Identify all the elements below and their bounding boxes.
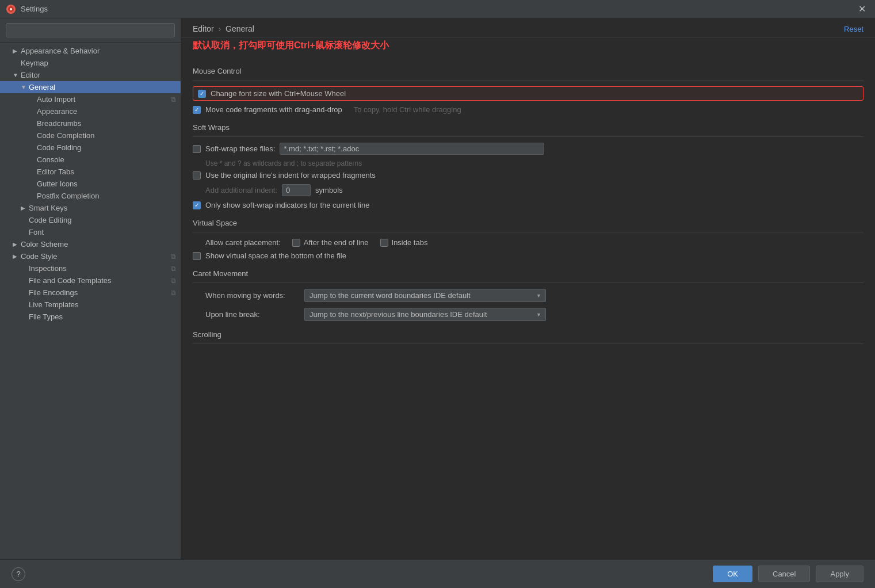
soft-wrap-indicators-checkbox[interactable]: [193, 201, 201, 209]
annotation-text: 默认取消，打勾即可使用Ctrl+鼠标滚轮修改大小: [193, 40, 389, 50]
line-break-dropdown-wrapper: Jump to the next/previous line boundarie…: [304, 308, 546, 321]
sidebar-item-font[interactable]: Font: [0, 226, 181, 238]
sidebar-item-general[interactable]: ▼ General: [0, 81, 181, 93]
sidebar-item-smart-keys[interactable]: ▶ Smart Keys: [0, 202, 181, 214]
sidebar-item-appearance[interactable]: Appearance: [0, 105, 181, 117]
svg-point-2: [10, 8, 12, 10]
sidebar-item-auto-import[interactable]: Auto Import ⧉: [0, 93, 181, 105]
sidebar-item-keymap[interactable]: Keymap: [0, 57, 181, 69]
after-end-of-line-label: After the end of line: [304, 238, 369, 247]
sidebar-item-label: File and Code Templates: [29, 276, 112, 285]
move-code-fragments-checkbox[interactable]: [193, 106, 201, 114]
after-end-of-line-checkbox[interactable]: [292, 239, 300, 247]
sidebar-item-appearance-behavior[interactable]: ▶ Appearance & Behavior: [0, 45, 181, 57]
arrow-icon: ▶: [21, 205, 29, 211]
close-button[interactable]: ✕: [855, 2, 869, 16]
additional-indent-row: Add additional indent: symbols: [205, 184, 863, 196]
sidebar-item-file-types[interactable]: File Types: [0, 311, 181, 323]
breadcrumb: Editor › General: [193, 24, 254, 33]
sidebar-item-inspections[interactable]: Inspections ⧉: [0, 262, 181, 274]
move-code-fragments-row: Move code fragments with drag-and-drop T…: [193, 105, 863, 114]
after-end-of-line-item: After the end of line: [292, 238, 369, 247]
inside-tabs-item: Inside tabs: [380, 238, 428, 247]
sidebar-item-color-scheme[interactable]: ▶ Color Scheme: [0, 238, 181, 250]
reset-button[interactable]: Reset: [844, 25, 863, 33]
moving-words-label: When moving by words:: [205, 291, 297, 300]
sidebar-item-code-style[interactable]: ▶ Code Style ⧉: [0, 250, 181, 262]
search-input[interactable]: [6, 23, 175, 37]
section-divider-2: [193, 136, 863, 137]
inside-tabs-label: Inside tabs: [392, 238, 428, 247]
caret-movement-title: Caret Movement: [193, 269, 863, 278]
soft-wrap-files-row: Soft-wrap these files:: [193, 143, 863, 155]
sidebar-item-label: Auto Import: [37, 95, 75, 104]
sidebar-item-label: Editor Tabs: [37, 167, 74, 176]
sidebar-item-code-completion[interactable]: Code Completion: [0, 129, 181, 142]
sidebar-item-label: Code Style: [21, 252, 58, 261]
show-virtual-space-checkbox[interactable]: [193, 252, 201, 260]
inside-tabs-checkbox[interactable]: [380, 239, 388, 247]
section-divider-5: [193, 343, 863, 344]
sidebar-item-gutter-icons[interactable]: Gutter Icons: [0, 178, 181, 190]
sidebar-item-label: Code Folding: [37, 143, 81, 152]
content-body: Mouse Control Change font size with Ctrl…: [181, 55, 875, 559]
original-indent-label: Use the original line's indent for wrapp…: [205, 171, 376, 180]
bottom-bar: ? OK Cancel Apply: [0, 559, 875, 588]
content-header: Editor › General Reset: [181, 18, 875, 37]
sidebar-item-code-folding[interactable]: Code Folding: [0, 142, 181, 154]
help-button[interactable]: ?: [12, 567, 25, 581]
ok-button[interactable]: OK: [713, 566, 752, 582]
show-virtual-space-label: Show virtual space at the bottom of the …: [205, 251, 346, 260]
sidebar-item-postfix-completion[interactable]: Postfix Completion: [0, 190, 181, 202]
original-indent-row: Use the original line's indent for wrapp…: [193, 171, 863, 180]
sidebar-item-label: Color Scheme: [21, 240, 68, 249]
apply-button[interactable]: Apply: [816, 566, 863, 582]
moving-words-row: When moving by words: Jump to the curren…: [205, 289, 863, 302]
sidebar-item-label: Live Templates: [29, 300, 78, 309]
cancel-button[interactable]: Cancel: [758, 566, 810, 582]
soft-wrap-files-label: Soft-wrap these files:: [205, 144, 275, 153]
sidebar-item-label: Keymap: [21, 59, 48, 67]
moving-words-dropdown-wrapper: Jump to the current word boundaries IDE …: [304, 289, 546, 302]
moving-words-select[interactable]: Jump to the current word boundaries IDE …: [304, 289, 546, 302]
breadcrumb-sep: ›: [218, 24, 221, 33]
sidebar-item-breadcrumbs[interactable]: Breadcrumbs: [0, 117, 181, 129]
soft-wrap-indicators-row: Only show soft-wrap indicators for the c…: [193, 201, 863, 209]
line-break-label: Upon line break:: [205, 310, 297, 319]
sidebar-tree: ▶ Appearance & Behavior Keymap ▼ Editor …: [0, 43, 181, 559]
copy-icon: ⧉: [171, 96, 176, 104]
sidebar-item-file-code-templates[interactable]: File and Code Templates ⧉: [0, 274, 181, 287]
sidebar-item-label: General: [29, 83, 55, 91]
section-divider: [193, 80, 863, 81]
change-font-size-checkbox[interactable]: [198, 90, 206, 98]
line-break-select[interactable]: Jump to the next/previous line boundarie…: [304, 308, 546, 321]
arrow-icon: ▶: [13, 241, 21, 247]
additional-indent-input[interactable]: [282, 184, 311, 196]
search-box: 🔍: [0, 18, 181, 43]
caret-placement-label: Allow caret placement:: [205, 238, 281, 247]
sidebar-item-label: Gutter Icons: [37, 180, 78, 188]
sidebar-item-file-encodings[interactable]: File Encodings ⧉: [0, 287, 181, 299]
original-indent-checkbox[interactable]: [193, 171, 201, 180]
wildcard-hint: Use * and ? as wildcards and ; to separa…: [205, 159, 863, 167]
app-icon: [6, 4, 16, 14]
sidebar-item-label: File Types: [29, 312, 63, 321]
window-title: Settings: [21, 5, 48, 13]
arrow-icon: ▶: [13, 48, 21, 54]
change-font-size-row: Change font size with Ctrl+Mouse Wheel: [193, 86, 863, 101]
section-divider-4: [193, 282, 863, 283]
sidebar-item-code-editing[interactable]: Code Editing: [0, 214, 181, 226]
sidebar-item-label: Code Editing: [29, 216, 71, 224]
soft-wrap-files-input[interactable]: [280, 143, 544, 155]
sidebar-item-label: Editor: [21, 71, 40, 79]
soft-wraps-title: Soft Wraps: [193, 123, 863, 132]
sidebar-item-console[interactable]: Console: [0, 154, 181, 166]
line-break-row: Upon line break: Jump to the next/previo…: [205, 308, 863, 321]
sidebar-item-live-templates[interactable]: Live Templates: [0, 299, 181, 311]
sidebar-item-editor-tabs[interactable]: Editor Tabs: [0, 166, 181, 178]
virtual-space-title: Virtual Space: [193, 219, 863, 227]
soft-wrap-files-checkbox[interactable]: [193, 145, 201, 153]
symbols-label: symbols: [315, 186, 343, 194]
soft-wrap-indicators-label: Only show soft-wrap indicators for the c…: [205, 201, 369, 209]
sidebar-item-editor[interactable]: ▼ Editor: [0, 69, 181, 81]
